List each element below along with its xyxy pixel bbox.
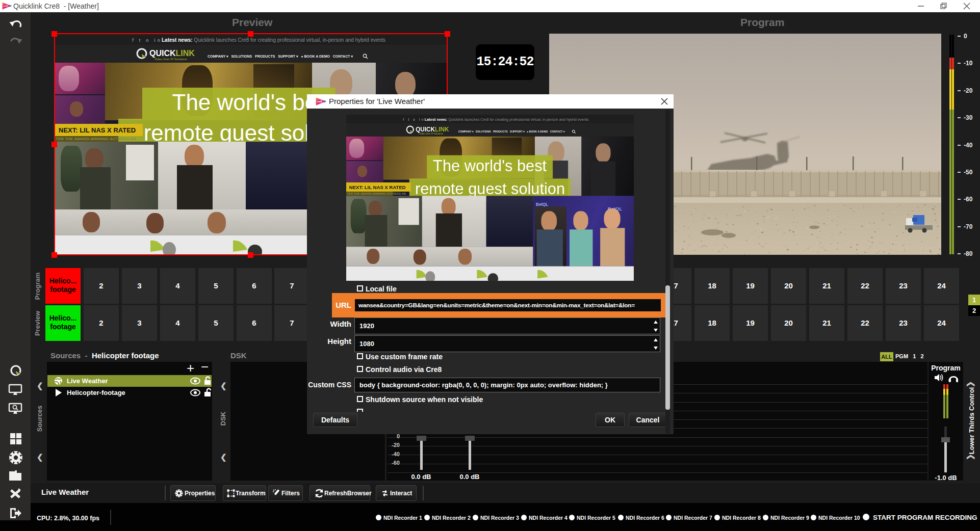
svg-text:0: 0: [964, 33, 967, 40]
svg-text:cre8: cre8: [4, 5, 8, 7]
svg-text:-50: -50: [964, 169, 973, 176]
svg-text:cre8: cre8: [317, 100, 322, 103]
svg-text:-20: -20: [964, 87, 973, 94]
svg-text:-10: -10: [964, 60, 973, 67]
svg-text:-60: -60: [964, 196, 973, 203]
svg-text:-70: -70: [964, 223, 973, 230]
svg-text:-80: -80: [964, 250, 973, 257]
svg-text:-30: -30: [964, 114, 973, 121]
svg-text:-40: -40: [964, 142, 973, 149]
